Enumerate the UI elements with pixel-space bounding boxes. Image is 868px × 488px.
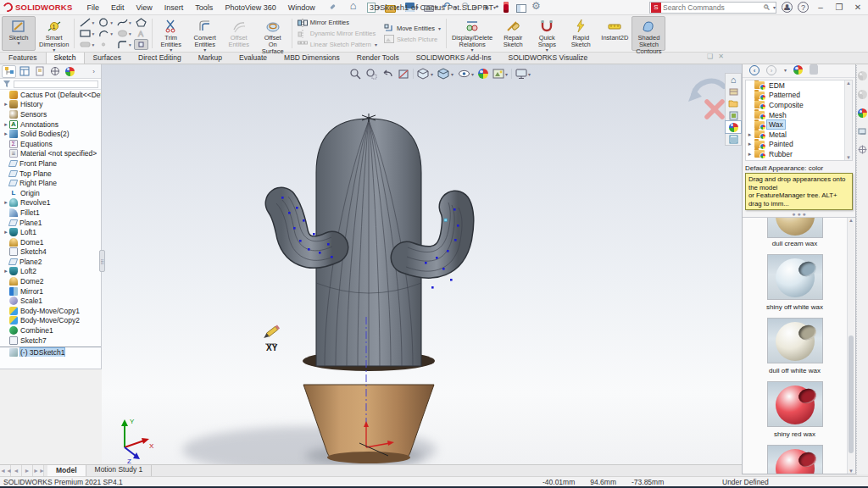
featuremanager-tab[interactable] bbox=[2, 65, 16, 78]
feature-tree-item[interactable]: ▸ Loft1 bbox=[0, 227, 101, 237]
slot-tool-button[interactable]: ▾ bbox=[78, 39, 96, 50]
line-tool-button[interactable]: ▾ bbox=[78, 17, 96, 28]
feature-tree-item[interactable]: Plane1 bbox=[0, 218, 101, 228]
select-button[interactable]: ▾ bbox=[480, 1, 498, 14]
feature-tree-item[interactable]: Plane2 bbox=[0, 257, 101, 267]
search-input[interactable] bbox=[663, 3, 763, 12]
tab-scroll-left-icon[interactable]: ◄ bbox=[11, 465, 22, 476]
feature-tree-item[interactable]: ▸ Solid Bodies(2) bbox=[0, 129, 101, 139]
save-button[interactable]: ▾ bbox=[403, 1, 420, 14]
view-palette-tab[interactable] bbox=[726, 109, 741, 121]
close-button[interactable]: ✕ bbox=[851, 2, 865, 14]
circle-tool-button[interactable]: ▾ bbox=[97, 17, 114, 28]
appearance-category-row[interactable]: Patterned bbox=[746, 91, 852, 101]
zoom-area-button[interactable] bbox=[364, 67, 378, 80]
menu-item[interactable]: PhotoView 360 bbox=[219, 0, 281, 15]
move-entities-button[interactable]: Move Entities ▾ bbox=[382, 23, 442, 33]
feature-tree-item[interactable]: Equations bbox=[0, 139, 101, 149]
zoom-fit-button[interactable] bbox=[348, 67, 362, 80]
tab-scroll-right-icon[interactable]: ► bbox=[22, 465, 33, 476]
feature-tree-item[interactable]: Body-Move/Copy1 bbox=[0, 306, 101, 316]
appearance-category-row[interactable]: ▸ Painted bbox=[746, 140, 852, 150]
spline-tool-button[interactable]: ▾ bbox=[115, 17, 133, 28]
appearance-thumbnail[interactable]: shiny red wax bbox=[767, 381, 823, 438]
filter-input[interactable] bbox=[14, 80, 98, 88]
ellipse-tool-button[interactable]: ▾ bbox=[115, 28, 133, 39]
restore-button[interactable]: ❐ bbox=[832, 2, 846, 14]
expand-caret-icon[interactable]: ▸ bbox=[3, 268, 9, 274]
arc-tool-button[interactable]: ▾ bbox=[97, 28, 114, 39]
filter-funnel-icon[interactable] bbox=[3, 80, 11, 88]
display-delete-relations-button[interactable]: Display/Delete Relations ▾ bbox=[448, 16, 496, 51]
feature-tree-item[interactable]: Sketch7 bbox=[0, 336, 101, 346]
offset-on-surface-button[interactable]: Offset On Surface bbox=[256, 16, 290, 51]
repair-sketch-button[interactable]: Repair Sketch bbox=[496, 16, 530, 51]
offset-entities-button[interactable]: Offset Entities bbox=[222, 16, 256, 51]
command-tab[interactable]: Features bbox=[0, 52, 46, 64]
feature-tree-item[interactable]: Body-Move/Copy2 bbox=[0, 316, 101, 326]
expand-caret-icon[interactable]: ▸ bbox=[3, 121, 9, 128]
search-commands-box[interactable]: S 🔍︎ ▾ bbox=[649, 2, 776, 14]
feature-tree-item[interactable]: Fillet1 bbox=[0, 208, 101, 218]
view-orientation-button[interactable]: ▾ bbox=[416, 67, 434, 80]
feature-tree-item[interactable]: Cactus Pot (Default<<Default>_Displa bbox=[0, 90, 101, 100]
minimize-button[interactable]: – bbox=[814, 2, 827, 14]
feature-tree-item[interactable]: Mirror1 bbox=[0, 286, 101, 297]
dimxpertmanager-tab[interactable] bbox=[47, 65, 62, 78]
confirmation-corner[interactable] bbox=[688, 81, 724, 117]
appearance-category-row[interactable]: Mesh bbox=[746, 110, 852, 120]
highlighted-sketch-point[interactable] bbox=[444, 219, 447, 221]
thumbnails-scrollbar[interactable]: ▲ ▼ bbox=[847, 218, 854, 474]
file-explorer-tab[interactable] bbox=[726, 97, 741, 109]
appearances-scenes-tab[interactable] bbox=[726, 121, 741, 133]
point-3dsketch-button[interactable] bbox=[134, 39, 148, 50]
close-commandmanager-icon[interactable]: ✕ bbox=[718, 53, 724, 60]
print-button[interactable]: ▾ bbox=[422, 1, 439, 14]
point-tool-button[interactable] bbox=[97, 39, 114, 50]
expand-tabs-chevron-icon[interactable]: › bbox=[86, 65, 101, 78]
redo-button[interactable]: ▾ bbox=[460, 1, 478, 14]
tree-scrollbar[interactable]: ▲▼ bbox=[844, 80, 852, 160]
options-button[interactable] bbox=[530, 1, 544, 14]
hide-show-items-button[interactable]: ▾ bbox=[457, 67, 475, 80]
cactus-model[interactable] bbox=[276, 114, 462, 366]
section-view-button[interactable] bbox=[397, 67, 410, 80]
appearance-thumbnail[interactable]: dull cream wax bbox=[767, 218, 823, 247]
polygon-tool-button[interactable] bbox=[134, 17, 148, 28]
sketch-picture-button[interactable]: Sketch Picture bbox=[382, 34, 442, 44]
delete-appearance-icon[interactable] bbox=[810, 65, 818, 75]
view-settings-button[interactable]: ▾ bbox=[515, 67, 531, 80]
pane-splitter-dots[interactable]: ● ● ● bbox=[743, 211, 855, 218]
smart-dimension-button[interactable]: 1 Smart Dimension ▾ bbox=[36, 16, 72, 51]
rectangle-tool-button[interactable]: ▾ bbox=[78, 28, 96, 39]
configurationmanager-tab[interactable] bbox=[32, 65, 47, 78]
wax-sphere-preview[interactable] bbox=[767, 381, 823, 427]
mirror-entities-button[interactable]: Mirror Entities bbox=[296, 18, 379, 28]
back-button[interactable]: ‹ bbox=[749, 65, 760, 75]
appearance-thumbnail[interactable]: shiny off white wax bbox=[766, 254, 823, 311]
wax-sphere-preview[interactable] bbox=[767, 254, 823, 300]
help-icon[interactable]: ? bbox=[798, 2, 809, 13]
dynamic-mirror-button[interactable]: Dynamic Mirror Entities bbox=[296, 29, 379, 39]
tab-scroll-first-icon[interactable]: ◄◄ bbox=[0, 465, 11, 476]
rapid-sketch-button[interactable]: Rapid Sketch bbox=[564, 16, 598, 51]
expand-caret-icon[interactable]: ▸ bbox=[3, 101, 9, 108]
command-tab[interactable]: SOLIDWORKS Visualize bbox=[500, 52, 597, 64]
appearance-category-row[interactable]: ▸ Metal bbox=[746, 130, 852, 140]
edit-appearance-button[interactable] bbox=[477, 68, 489, 80]
feature-tree-item[interactable]: Sensors bbox=[0, 109, 101, 119]
custom-properties-tab[interactable] bbox=[726, 133, 741, 145]
convert-entities-button[interactable]: Convert Entities ▾ bbox=[188, 16, 222, 51]
properties-button[interactable] bbox=[515, 1, 528, 14]
menu-item[interactable]: Window bbox=[282, 0, 321, 15]
feature-tree-item[interactable]: Top Plane bbox=[0, 169, 101, 179]
command-tab[interactable]: SOLIDWORKS Add-Ins bbox=[408, 52, 500, 64]
target-strip-icon[interactable] bbox=[858, 145, 867, 154]
document-tab[interactable]: Model bbox=[47, 464, 86, 476]
feature-tree-item[interactable]: Sketch4 bbox=[0, 247, 101, 258]
decals-strip-icon[interactable] bbox=[858, 90, 867, 99]
feature-tree-item[interactable]: Combine1 bbox=[0, 325, 101, 336]
propertymanager-tab[interactable] bbox=[17, 65, 31, 78]
sketch-button[interactable]: Sketch ▾ bbox=[2, 16, 36, 51]
feature-tree-item[interactable]: Material <not specified> bbox=[0, 149, 101, 159]
